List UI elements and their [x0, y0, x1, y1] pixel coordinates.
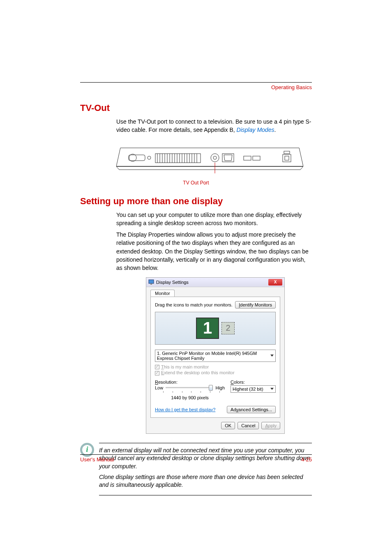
monitor-2-icon[interactable]: 2	[221, 322, 235, 334]
checkbox-extend-desktop: Extend the desktop onto this monitor	[155, 370, 276, 375]
tvout-text-a: Use the TV-Out port to connect to a tele…	[116, 118, 311, 133]
footer-page: 4-25	[301, 456, 312, 463]
monitor-select[interactable]: 1. Generic PnP Monitor on Mobile Intel(R…	[155, 350, 276, 362]
svg-point-24	[211, 154, 219, 162]
svg-rect-34	[149, 280, 154, 283]
figure-laptop-back	[116, 144, 303, 175]
identify-monitors-button[interactable]: IIdentify Monitorsdentify Monitors	[235, 301, 276, 309]
dialog-title: Display Settings	[156, 280, 189, 285]
resolution-label: Resolution:	[155, 380, 225, 385]
footer-manual: User's Manual	[80, 456, 114, 463]
svg-rect-30	[283, 154, 291, 162]
display-settings-dialog: Display Settings X Monitor Drag the icon…	[146, 277, 285, 434]
svg-rect-29	[253, 156, 260, 160]
colors-value: Highest (32 bit)	[233, 387, 263, 391]
chevron-down-icon	[270, 355, 274, 357]
advanced-settings-button[interactable]: Advanced Settings...Advanced Settings...	[227, 406, 276, 413]
app-icon	[148, 279, 154, 285]
link-display-modes[interactable]: Display Modes	[237, 127, 274, 133]
colors-label: Colors:	[231, 380, 276, 385]
svg-marker-27	[224, 155, 232, 161]
svg-point-3	[129, 154, 136, 161]
svg-rect-28	[244, 156, 251, 160]
ok-button[interactable]: OK	[221, 422, 235, 429]
heading-setup: Setting up more than one display	[80, 196, 312, 207]
monitor-select-value: 1. Generic PnP Monitor on Mobile Intel(R…	[157, 351, 270, 361]
apply-button: Apply	[261, 422, 280, 429]
close-button[interactable]: X	[268, 279, 282, 286]
setup-p1: You can set up your computer to utilize …	[116, 211, 312, 228]
svg-rect-32	[284, 151, 290, 154]
svg-marker-2	[116, 166, 303, 170]
checkbox-main-monitor: This is my main monitor	[155, 364, 276, 370]
tvout-paragraph: Use the TV-Out port to connect to a tele…	[116, 117, 312, 134]
monitor-arrange-area[interactable]: 1 2	[155, 312, 276, 345]
cancel-button[interactable]: Cancel	[238, 422, 259, 429]
drag-instruction: Drag the icons to match your monitors.	[155, 302, 233, 307]
monitor-1-icon[interactable]: 1	[196, 318, 219, 339]
svg-point-5	[148, 156, 151, 159]
note-block: If an external display will not be conne…	[99, 443, 312, 495]
chevron-down-icon	[270, 388, 274, 390]
resolution-slider[interactable]	[166, 387, 213, 388]
heading-tvout: TV-Out	[80, 103, 312, 113]
figure-caption: TV Out Port	[80, 180, 312, 186]
colors-select[interactable]: Highest (32 bit)	[231, 385, 276, 393]
svg-rect-31	[285, 156, 289, 160]
svg-marker-0	[116, 148, 303, 166]
slider-high-label: High	[215, 385, 225, 390]
svg-rect-35	[150, 283, 152, 285]
tvout-text-b: .	[274, 127, 276, 133]
note-p2: Clone display settings are those where m…	[99, 473, 312, 489]
help-link[interactable]: How do I get the best display?	[155, 407, 215, 412]
resolution-value: 1440 by 900 pixels	[155, 395, 225, 400]
header-section: Operating Basics	[80, 84, 312, 90]
svg-rect-4	[129, 155, 145, 161]
setup-p2: The Display Properties window allows you…	[116, 230, 312, 272]
svg-point-25	[213, 156, 217, 159]
tab-monitor[interactable]: Monitor	[150, 290, 175, 297]
slider-low-label: Low	[155, 385, 163, 390]
